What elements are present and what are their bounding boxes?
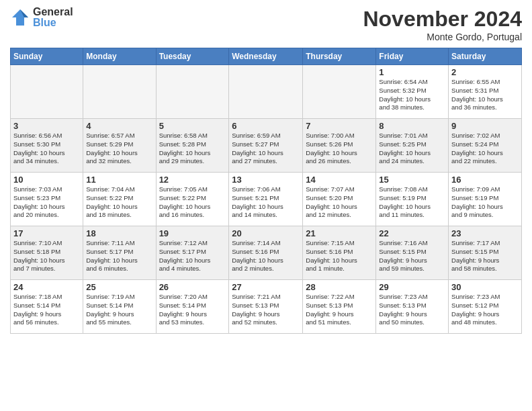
day-info: Sunrise: 7:00 AM Sunset: 5:26 PM Dayligh…: [306, 132, 373, 166]
day-info: Sunrise: 7:08 AM Sunset: 5:19 PM Dayligh…: [379, 185, 445, 220]
calendar-body: 1Sunrise: 6:54 AM Sunset: 5:32 PM Daylig…: [11, 65, 522, 334]
day-info: Sunrise: 7:22 AM Sunset: 5:13 PM Dayligh…: [306, 293, 373, 327]
logo-blue-text: Blue: [33, 17, 73, 28]
weekday-header-saturday: Saturday: [449, 48, 522, 65]
day-number: 12: [159, 175, 226, 185]
calendar-day: 9Sunrise: 7:02 AM Sunset: 5:24 PM Daylig…: [449, 119, 522, 173]
calendar-day: 7Sunrise: 7:00 AM Sunset: 5:26 PM Daylig…: [303, 119, 376, 173]
calendar-day: 14Sunrise: 7:07 AM Sunset: 5:20 PM Dayli…: [303, 173, 376, 226]
day-number: 27: [232, 282, 300, 292]
calendar-day: 23Sunrise: 7:17 AM Sunset: 5:15 PM Dayli…: [449, 226, 522, 280]
day-info: Sunrise: 7:21 AM Sunset: 5:13 PM Dayligh…: [232, 293, 300, 327]
day-info: Sunrise: 7:14 AM Sunset: 5:16 PM Dayligh…: [232, 239, 300, 273]
logo-text: General Blue: [33, 7, 73, 28]
day-info: Sunrise: 7:05 AM Sunset: 5:22 PM Dayligh…: [159, 185, 226, 220]
day-number: 28: [306, 282, 373, 292]
calendar-day: 11Sunrise: 7:04 AM Sunset: 5:22 PM Dayli…: [83, 173, 156, 226]
weekday-header-tuesday: Tuesday: [156, 48, 229, 65]
day-number: 21: [306, 228, 373, 238]
day-info: Sunrise: 7:16 AM Sunset: 5:15 PM Dayligh…: [379, 239, 445, 273]
calendar-day: 6Sunrise: 6:59 AM Sunset: 5:27 PM Daylig…: [229, 119, 303, 173]
calendar-day: 17Sunrise: 7:10 AM Sunset: 5:18 PM Dayli…: [11, 226, 83, 280]
day-info: Sunrise: 6:57 AM Sunset: 5:29 PM Dayligh…: [86, 132, 152, 166]
day-info: Sunrise: 7:18 AM Sunset: 5:14 PM Dayligh…: [13, 293, 80, 327]
logo-general-text: General: [33, 7, 73, 17]
day-number: 1: [379, 67, 445, 77]
day-info: Sunrise: 6:58 AM Sunset: 5:28 PM Dayligh…: [159, 132, 226, 166]
day-info: Sunrise: 7:07 AM Sunset: 5:20 PM Dayligh…: [306, 185, 373, 220]
calendar-day: [11, 65, 83, 119]
calendar-week-2: 3Sunrise: 6:56 AM Sunset: 5:30 PM Daylig…: [11, 119, 522, 173]
calendar-day: [156, 65, 229, 119]
day-info: Sunrise: 7:17 AM Sunset: 5:15 PM Dayligh…: [451, 239, 519, 273]
day-number: 18: [86, 228, 152, 238]
weekday-row: SundayMondayTuesdayWednesdayThursdayFrid…: [11, 48, 522, 65]
day-number: 5: [159, 121, 226, 131]
day-info: Sunrise: 7:23 AM Sunset: 5:13 PM Dayligh…: [379, 293, 445, 327]
day-number: 2: [451, 67, 519, 77]
day-info: Sunrise: 7:03 AM Sunset: 5:23 PM Dayligh…: [13, 185, 80, 220]
weekday-header-wednesday: Wednesday: [229, 48, 303, 65]
logo-icon: [10, 7, 30, 28]
calendar-day: [303, 65, 376, 119]
calendar-day: 13Sunrise: 7:06 AM Sunset: 5:21 PM Dayli…: [229, 173, 303, 226]
calendar-day: 29Sunrise: 7:23 AM Sunset: 5:13 PM Dayli…: [376, 280, 449, 334]
title-block: November 2024 Monte Gordo, Portugal: [363, 7, 522, 42]
calendar-day: 8Sunrise: 7:01 AM Sunset: 5:25 PM Daylig…: [376, 119, 449, 173]
calendar-day: 25Sunrise: 7:19 AM Sunset: 5:14 PM Dayli…: [83, 280, 156, 334]
calendar-day: [229, 65, 303, 119]
day-number: 24: [13, 282, 80, 292]
day-info: Sunrise: 7:04 AM Sunset: 5:22 PM Dayligh…: [86, 185, 152, 220]
calendar-day: 21Sunrise: 7:15 AM Sunset: 5:16 PM Dayli…: [303, 226, 376, 280]
day-info: Sunrise: 7:12 AM Sunset: 5:17 PM Dayligh…: [159, 239, 226, 273]
day-number: 9: [451, 121, 519, 131]
calendar-day: 16Sunrise: 7:09 AM Sunset: 5:19 PM Dayli…: [449, 173, 522, 226]
day-number: 15: [379, 175, 445, 185]
calendar-day: 19Sunrise: 7:12 AM Sunset: 5:17 PM Dayli…: [156, 226, 229, 280]
day-number: 3: [13, 121, 80, 131]
calendar-day: 20Sunrise: 7:14 AM Sunset: 5:16 PM Dayli…: [229, 226, 303, 280]
calendar-day: 26Sunrise: 7:20 AM Sunset: 5:14 PM Dayli…: [156, 280, 229, 334]
day-number: 14: [306, 175, 373, 185]
calendar-day: 3Sunrise: 6:56 AM Sunset: 5:30 PM Daylig…: [11, 119, 83, 173]
day-number: 7: [306, 121, 373, 131]
day-number: 8: [379, 121, 445, 131]
calendar-day: 12Sunrise: 7:05 AM Sunset: 5:22 PM Dayli…: [156, 173, 229, 226]
day-info: Sunrise: 7:23 AM Sunset: 5:12 PM Dayligh…: [451, 293, 519, 327]
day-number: 16: [451, 175, 519, 185]
day-info: Sunrise: 6:56 AM Sunset: 5:30 PM Dayligh…: [13, 132, 80, 166]
calendar-week-3: 10Sunrise: 7:03 AM Sunset: 5:23 PM Dayli…: [11, 173, 522, 226]
calendar-week-1: 1Sunrise: 6:54 AM Sunset: 5:32 PM Daylig…: [11, 65, 522, 119]
calendar-day: 28Sunrise: 7:22 AM Sunset: 5:13 PM Dayli…: [303, 280, 376, 334]
weekday-header-thursday: Thursday: [303, 48, 376, 65]
day-info: Sunrise: 7:19 AM Sunset: 5:14 PM Dayligh…: [86, 293, 152, 327]
day-info: Sunrise: 6:54 AM Sunset: 5:32 PM Dayligh…: [379, 78, 445, 112]
weekday-header-sunday: Sunday: [11, 48, 83, 65]
header: General Blue November 2024 Monte Gordo, …: [10, 7, 522, 42]
day-number: 29: [379, 282, 445, 292]
day-info: Sunrise: 7:11 AM Sunset: 5:17 PM Dayligh…: [86, 239, 152, 273]
calendar-day: 27Sunrise: 7:21 AM Sunset: 5:13 PM Dayli…: [229, 280, 303, 334]
day-number: 6: [232, 121, 300, 131]
day-info: Sunrise: 7:10 AM Sunset: 5:18 PM Dayligh…: [13, 239, 80, 273]
day-info: Sunrise: 7:09 AM Sunset: 5:19 PM Dayligh…: [451, 185, 519, 220]
calendar-day: 10Sunrise: 7:03 AM Sunset: 5:23 PM Dayli…: [11, 173, 83, 226]
logo: General Blue: [10, 7, 73, 28]
calendar-day: 2Sunrise: 6:55 AM Sunset: 5:31 PM Daylig…: [449, 65, 522, 119]
calendar-day: 24Sunrise: 7:18 AM Sunset: 5:14 PM Dayli…: [11, 280, 83, 334]
day-number: 26: [159, 282, 226, 292]
day-number: 25: [86, 282, 152, 292]
day-number: 22: [379, 228, 445, 238]
calendar-table: SundayMondayTuesdayWednesdayThursdayFrid…: [10, 48, 522, 334]
weekday-header-friday: Friday: [376, 48, 449, 65]
location: Monte Gordo, Portugal: [363, 32, 522, 42]
calendar-day: 1Sunrise: 6:54 AM Sunset: 5:32 PM Daylig…: [376, 65, 449, 119]
day-number: 19: [159, 228, 226, 238]
calendar-header: SundayMondayTuesdayWednesdayThursdayFrid…: [11, 48, 522, 65]
calendar-day: 22Sunrise: 7:16 AM Sunset: 5:15 PM Dayli…: [376, 226, 449, 280]
day-number: 23: [451, 228, 519, 238]
day-info: Sunrise: 7:02 AM Sunset: 5:24 PM Dayligh…: [451, 132, 519, 166]
day-info: Sunrise: 6:59 AM Sunset: 5:27 PM Dayligh…: [232, 132, 300, 166]
calendar-day: [83, 65, 156, 119]
day-info: Sunrise: 7:15 AM Sunset: 5:16 PM Dayligh…: [306, 239, 373, 273]
